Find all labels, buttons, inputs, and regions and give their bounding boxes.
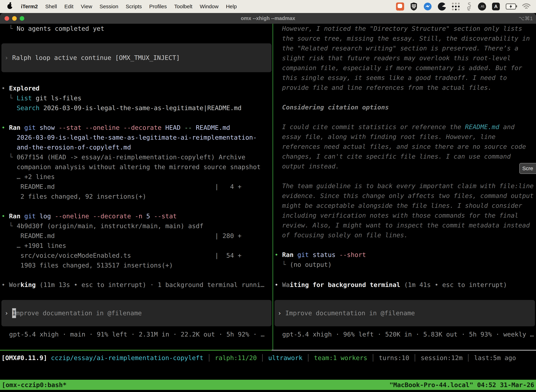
ralph-progress: ralph:11/20 [215,354,257,361]
text-cursor: I [12,308,16,318]
output-truncation: … +1901 lines [1,242,66,249]
input-placeholder: Improve documentation in @filename [285,308,415,318]
keypad-shield-icon[interactable] [410,2,417,11]
reasoning-heading-text: Considering citation options [282,104,389,111]
cmd-flags: --short [339,251,366,258]
menu-view[interactable]: View [77,4,96,9]
git-show-output-line: companion analysis without altering the … [1,162,273,172]
ran-git-status-line: • Ran git status --short [274,250,536,260]
tree-corner-icon: └ [1,154,17,161]
messenger-bolt-icon[interactable] [423,2,432,11]
macos-menu-bar: iTerm2 Shell Edit View Session Scripts P… [0,0,536,13]
screen-share-indicator[interactable]: Scre [519,163,536,174]
menu-toolbelt[interactable]: Toolbelt [171,4,196,9]
left-agent-pane[interactable]: └ No agents completed yet › Ralph loop a… [0,24,273,350]
menu-iterm2[interactable]: iTerm2 [17,4,42,9]
menu-shell[interactable]: Shell [42,4,61,9]
ran-label: Ran [9,213,24,220]
dragon-squiggle-icon[interactable] [466,2,472,11]
menu-edit[interactable]: Edit [61,4,77,9]
window-titlebar[interactable]: omx --xhigh --madmax ⌥⌘1 [0,13,536,24]
menu-session[interactable]: Session [96,4,122,9]
ran-git-show-line: • Ran git show --stat --oneline --decora… [1,123,273,133]
right-agent-pane[interactable]: However, I noticed the "Directory Struct… [273,24,536,350]
git-show-output-line: … +2 lines [1,172,273,182]
working-label-dim: Wor [9,281,20,288]
cmd-git: git [297,251,313,258]
tmux-session-window: [omx-cczip0:bash* [2,381,67,388]
output-text: companion analysis without altering the … [1,163,261,171]
battery-icon[interactable] [506,4,516,9]
cmd-flags: --oneline --decorate -n [55,213,146,220]
pie-meter-icon[interactable] [438,2,446,10]
screen-record-menu-icon[interactable] [396,2,404,10]
terminal-content: └ No agents completed yet › Ralph loop a… [0,24,536,350]
search-pattern: 2026-03-09-is-legal-the-same-as-legitima… [40,104,242,112]
output-truncation: … +2 lines [1,173,55,180]
separator: │ [367,354,379,361]
reasoning-paragraph: However, I noticed the "Directory Struct… [274,24,536,93]
dots-grid-icon[interactable] [452,3,460,10]
last-activity: last:5m ago [474,354,516,361]
bullet-icon: • [274,281,282,288]
tool-label-search: Search [1,104,40,112]
menu-help[interactable]: Help [222,4,241,9]
minimize-button[interactable] [12,16,17,21]
cmd-subcommand: log [40,213,55,220]
tree-corner-icon: └ [274,261,290,268]
cmd-flags: --stat --oneline --decorate [58,124,165,131]
git-show-output-line: README.md | 4 + [1,182,273,191]
menu-bar-status-icons: ..61 A [396,2,531,11]
prompt-input[interactable]: › Improve documentation in @filename [1,300,272,326]
prompt-chevron-icon: › [278,308,285,318]
input-source-icon[interactable]: A [492,3,500,10]
separator: │ [203,354,215,361]
agents-summary-line: └ No agents completed yet [1,24,273,33]
traffic-lights [5,13,24,24]
zoom-button[interactable] [20,16,24,21]
diffstat-row: README.md | 4 + [1,183,241,190]
load-badge-icon[interactable]: ..61 [478,2,486,10]
cmd-flags: --stat [154,213,177,220]
git-log-output-line: src/voice/voiceModeEnabled.ts | 54 + [1,251,273,261]
menu-profiles[interactable]: Profiles [145,4,170,9]
commit-summary: 067f154 (HEAD -> essay/ai-reimplementati… [17,154,245,161]
working-label: king [20,281,36,288]
reasoning-paragraph: I could cite commit statistics or refere… [274,122,536,171]
git-log-output-line: README.md | 280 + [1,231,273,241]
omx-version: [OMX#0.11.9] [1,354,47,361]
close-button[interactable] [5,16,9,21]
turns-count: turns:10 [379,354,409,361]
ran-label: Ran [9,124,24,131]
prompt-input[interactable]: › Improve documentation in @filename [274,300,535,326]
cmd-file-wrap: 2026-03-09-is-legal-the-same-as-legitima… [1,134,257,141]
window-footer [0,390,536,392]
cmd-ref: HEAD [165,124,184,131]
git-log-output-line: 1903 files changed, 513517 insertions(+) [1,261,273,270]
git-show-output-line: └ 067f154 (HEAD -> essay/ai-reimplementa… [1,152,273,162]
apple-menu-icon[interactable] [7,4,12,9]
cmd-git: git [24,124,40,131]
menu-scripts[interactable]: Scripts [122,4,146,9]
tmux-status-bar[interactable]: [omx-cczip0:bash* "MacBook-Pro-44.local"… [0,380,536,390]
window-title: omx --xhigh --madmax [241,15,295,21]
ran-label: Ran [282,251,297,258]
wifi-icon[interactable] [522,3,531,10]
omx-status-bar: [OMX#0.11.9] cczip/essay/ai-reimplementa… [0,350,536,380]
reasoning-text: I could cite commit statistics or refere… [282,123,465,131]
menu-window[interactable]: Window [196,4,222,9]
ran-git-log-line: • Ran git log --oneline --decorate -n 5 … [1,211,273,221]
session-status-line: gpt-5.4 xhigh · 96% left · 520K in · 5.8… [274,330,536,339]
inject-banner-box: › Ralph loop active continue [OMX_TMUX_I… [1,43,272,72]
tree-corner-icon: └ [1,94,17,102]
agents-summary-text: No agents completed yet [17,25,105,32]
inactive-pane-border [272,350,536,350]
waiting-detail: (1m 41s • esc to interrupt) [400,281,507,288]
prompt-chevron-icon: › [5,308,12,318]
separator: │ [257,354,268,361]
inject-banner-text: Ralph loop active continue [OMX_TMUX_INJ… [12,53,180,63]
bullet-icon: • [1,281,9,288]
reasoning-heading: Considering citation options [274,103,536,112]
waiting-label: iting for background terminal [290,281,400,288]
cmd-file-wrap: and-the-erosion-of-copyleft.md [1,144,131,151]
